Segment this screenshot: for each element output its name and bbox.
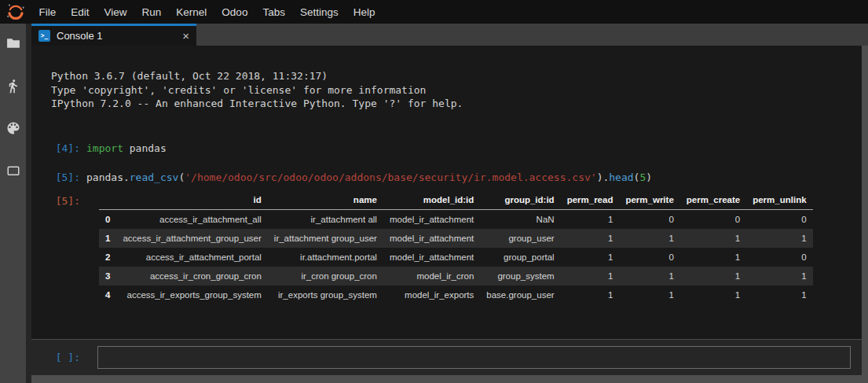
horizontal-scrollbar[interactable] (31, 375, 868, 383)
folder-icon[interactable] (5, 35, 22, 52)
table-cell: 0 (746, 248, 812, 267)
table-cell: 1 (619, 267, 679, 285)
table-row: 0access_ir_attachment_allir_attachment a… (99, 209, 813, 229)
menu-item-help[interactable]: Help (346, 6, 383, 18)
table-cell: 0 (746, 209, 812, 229)
table-cell: 0 (680, 209, 746, 229)
column-header: perm_unlink (746, 190, 812, 210)
token-function: read_csv (130, 171, 179, 183)
table-cell: 0 (619, 248, 679, 267)
table-cell: group_portal (480, 248, 560, 267)
table-cell: group_user (480, 229, 560, 248)
table-cell: 1 (619, 285, 679, 304)
code-line: pandas.read_csv('/home/odoo/src/odoo/odo… (86, 171, 652, 183)
tab-label: Console 1 (57, 30, 103, 42)
menu-item-kernel[interactable]: Kernel (169, 6, 214, 18)
close-icon[interactable]: × (182, 30, 189, 42)
vertical-scrollbar[interactable] (862, 46, 868, 383)
output-cell: [5]:idnamemodel_id:idgroup_id:idperm_rea… (31, 195, 862, 304)
sidebar-seam (26, 24, 31, 383)
python-banner: Python 3.6.7 (default, Oct 22 2018, 11:3… (51, 69, 862, 111)
dataframe-output: idnamemodel_id:idgroup_id:idperm_readper… (99, 190, 813, 304)
token-plain: ). (597, 171, 610, 183)
table-cell: model_ir_attachment (383, 229, 480, 248)
jupyter-logo-icon (0, 2, 31, 22)
menu-item-tabs[interactable]: Tabs (255, 6, 293, 18)
console-input[interactable] (97, 346, 851, 369)
table-cell: 1 (561, 248, 620, 267)
output-prompt: [5]: (31, 195, 80, 207)
row-index: 1 (99, 229, 116, 248)
menu-item-settings[interactable]: Settings (292, 6, 346, 18)
menu-item-view[interactable]: View (97, 6, 134, 18)
column-header: perm_read (561, 190, 620, 210)
table-cell: 0 (619, 209, 679, 229)
palette-icon[interactable] (5, 120, 22, 137)
column-header: perm_create (680, 190, 746, 210)
table-cell: access_ir_exports_group_system (116, 285, 267, 304)
table-cell: 1 (680, 229, 746, 248)
left-sidebar (0, 24, 26, 383)
table-cell: group_system (480, 267, 560, 285)
console-scroll-area[interactable]: Python 3.6.7 (default, Oct 22 2018, 11:3… (31, 46, 862, 339)
table-row: 2access_ir_attachment_portalir.attachmen… (99, 248, 813, 267)
table-cell: 1 (561, 285, 620, 304)
code-cell: [5]:pandas.read_csv('/home/odoo/src/odoo… (31, 171, 862, 183)
table-cell: 1 (561, 229, 620, 248)
menu-item-run[interactable]: Run (134, 6, 169, 18)
token-plain: pandas (123, 142, 167, 154)
column-header: name (268, 190, 383, 210)
table-cell: base.group_user (480, 285, 560, 304)
table-row: 4access_ir_exports_group_systemir_export… (99, 285, 813, 304)
table-cell: access_ir_attachment_group_user (116, 229, 267, 248)
table-cell: 1 (680, 285, 746, 304)
execution-prompt: [5]: (31, 171, 80, 183)
menu-item-edit[interactable]: Edit (64, 6, 97, 18)
console-input-cell: [ ]: (31, 339, 862, 375)
banner-line: IPython 7.2.0 -- An enhanced Interactive… (51, 97, 862, 111)
table-cell: ir_cron group_cron (268, 267, 383, 285)
token-plain: ) (646, 171, 652, 183)
table-cell: model_ir_attachment (383, 248, 480, 267)
table-cell: 1 (561, 267, 620, 285)
column-header: group_id:id (480, 190, 560, 210)
code-line: import pandas (86, 142, 167, 154)
menu-item-odoo[interactable]: Odoo (214, 6, 255, 18)
table-cell: model_ir_exports (383, 285, 480, 304)
console-icon: >_ (38, 30, 50, 42)
dataframe-table: idnamemodel_id:idgroup_id:idperm_readper… (99, 190, 813, 304)
row-index: 3 (99, 267, 116, 285)
table-row: 3access_ir_cron_group_cronir_cron group_… (99, 267, 813, 285)
table-row: 1access_ir_attachment_group_userir_attac… (99, 229, 813, 248)
tab-bar: >_ Console 1 × (31, 24, 868, 46)
row-index: 4 (99, 285, 116, 304)
table-cell: model_ir_cron (383, 267, 480, 285)
running-man-icon[interactable] (5, 77, 22, 94)
menu-items: FileEditViewRunKernelOdooTabsSettingsHel… (31, 6, 383, 18)
table-cell: 1 (680, 248, 746, 267)
table-cell: access_ir_attachment_portal (116, 248, 267, 267)
table-cell: 1 (561, 209, 620, 229)
table-cell: ir_attachment group_user (268, 229, 383, 248)
table-cell: ir_attachment all (268, 209, 383, 229)
tab-console-1[interactable]: >_ Console 1 × (31, 24, 196, 46)
table-header-row: idnamemodel_id:idgroup_id:idperm_readper… (99, 190, 813, 210)
token-function: head (609, 171, 633, 183)
row-index: 0 (99, 209, 116, 229)
table-cell: NaN (480, 209, 560, 229)
table-cell: ir_exports group_system (268, 285, 383, 304)
table-cell: access_ir_attachment_all (116, 209, 267, 229)
open-tabs-icon[interactable] (5, 162, 22, 179)
menu-bar: FileEditViewRunKernelOdooTabsSettingsHel… (0, 0, 868, 24)
index-header (99, 190, 116, 210)
token-plain: pandas. (86, 171, 130, 183)
menu-item-file[interactable]: File (31, 6, 64, 18)
table-cell: 1 (746, 267, 812, 285)
table-cell: 1 (746, 285, 812, 304)
table-cell: access_ir_cron_group_cron (116, 267, 267, 285)
console-panel: Python 3.6.7 (default, Oct 22 2018, 11:3… (31, 46, 868, 383)
column-header: model_id:id (383, 190, 480, 210)
table-cell: 1 (680, 267, 746, 285)
execution-prompt: [4]: (31, 142, 80, 154)
row-index: 2 (99, 248, 116, 267)
